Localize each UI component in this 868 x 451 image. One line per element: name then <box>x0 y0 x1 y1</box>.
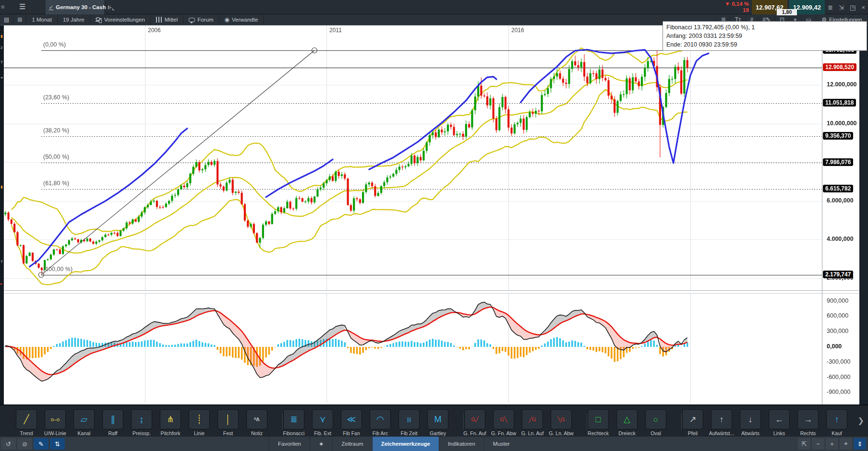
price-chart-canvas[interactable] <box>0 25 868 404</box>
more-icon[interactable]: ≣ <box>828 4 833 11</box>
tool-channel[interactable]: ▱Kanal <box>70 405 98 436</box>
tab-muster[interactable]: Muster <box>484 437 518 451</box>
tool-gann-line-down[interactable]: ╲GG. Ln. Abw <box>547 405 576 436</box>
tool-buy-arrow-icon: ↑ <box>835 415 839 425</box>
tool-label: Kauf <box>822 430 851 436</box>
tool-gann-line-up[interactable]: ╱GG. Ln. Auf <box>518 405 547 436</box>
add-tab-button[interactable]: + <box>108 3 112 11</box>
tool-left-arrow[interactable]: ←Links <box>765 405 794 436</box>
dock-glyph: ▮ <box>0 185 2 189</box>
close-icon[interactable]: × <box>861 4 865 11</box>
tool-label: Pitchfork <box>156 430 185 436</box>
tool-buy-arrow[interactable]: ↑Kauf <box>822 405 851 436</box>
tool-support-line[interactable]: o–oU/W-Linie <box>41 405 70 436</box>
zoom-in-icon[interactable]: + <box>826 438 838 450</box>
tool-gartley[interactable]: MGartley <box>423 405 452 436</box>
dock-glyph: ▸ <box>0 282 2 286</box>
tool-trend[interactable]: ╱Trend <box>12 405 41 436</box>
sort-icon[interactable]: ⇅ <box>50 438 65 450</box>
tool-fibonacci[interactable]: ≣Fibonacci <box>279 405 308 436</box>
fibonacci-tooltip: Fibonacci 13.792,405 (0,00 %), 1 Anfang:… <box>663 21 867 51</box>
macd-axis-label: -900,000 <box>827 389 850 395</box>
tool-arrow[interactable]: ↗Pfeil <box>678 405 707 436</box>
mean-button[interactable]: Mittel <box>151 14 183 25</box>
tool-right-arrow[interactable]: →Rechts <box>794 405 822 436</box>
fib-level-label: (23,60 %) <box>43 94 69 101</box>
fit-vertical-icon[interactable]: ⇕ <box>854 438 866 450</box>
range-select[interactable]: 19 Jahre <box>58 14 90 25</box>
tool-label: Fibonacci <box>279 430 308 436</box>
tool-fib-time[interactable]: |||Fib Zeit <box>395 405 423 436</box>
tool-gann-fan-up[interactable]: G╱G. Fn. Auf <box>460 405 489 436</box>
legend-panel-icon[interactable]: ▤ <box>0 14 13 25</box>
tool-oval[interactable]: ○Oval <box>641 405 670 436</box>
speech-bubble-icon <box>189 18 195 22</box>
forum-button[interactable]: Forum <box>183 14 219 25</box>
tool-label: G. Fn. Abw <box>489 430 518 436</box>
tool-rectangle[interactable]: □Rechteck <box>584 405 613 436</box>
tool-label: Raff <box>98 430 127 436</box>
macd-axis-label: 600,000 <box>827 312 848 319</box>
layout-grid-icon[interactable]: ⊞ <box>13 14 26 25</box>
left-dock-strip: ▮2T◂▮T▸ <box>0 25 4 404</box>
tool-down-arrow[interactable]: ↓Abwärts <box>736 405 765 436</box>
tool-gann-fan-down[interactable]: G╲G. Fn. Abw <box>489 405 518 436</box>
title-bar: ≡ ☰ ✓ Germany 30 - Cash + ▼ 0,14 % 19 12… <box>0 0 868 14</box>
tool-label: Preissp. <box>127 430 156 436</box>
right-scroll-strip[interactable] <box>859 25 868 404</box>
chart-check-icon: ✓ <box>49 5 53 10</box>
tool-label: Fib Zeit <box>395 430 423 436</box>
tool-line-icon: ┊ <box>197 414 202 425</box>
tool-label: Links <box>765 430 794 436</box>
axis-border <box>822 25 822 404</box>
price-axis-badge: 9.356,370 <box>823 132 853 140</box>
tool-support-line-icon: o–o <box>51 416 60 422</box>
tool-label: Oval <box>641 430 670 436</box>
tab-zeitraum[interactable]: Zeitraum <box>332 437 372 451</box>
tool-left-arrow-icon: ← <box>775 415 784 425</box>
tool-rectangle-icon: □ <box>596 415 601 425</box>
menu-icon[interactable]: ☰ <box>19 2 25 11</box>
tool-label: U/W-Linie <box>41 430 70 436</box>
tool-triangle[interactable]: △Dreieck <box>613 405 641 436</box>
tool-uptrend-arrow[interactable]: ↑Aufwärtst... <box>707 405 736 436</box>
tab-indikatoren[interactable]: Indikatoren <box>439 437 484 451</box>
crosshair-mode-icon[interactable]: ⌖ <box>840 438 852 450</box>
popout-icon[interactable]: ◳ <box>850 4 856 11</box>
instrument-title: Germany 30 - Cash <box>56 4 106 10</box>
macd-axis-label: -300,000 <box>827 358 850 365</box>
zoom-out-icon[interactable]: − <box>812 438 824 450</box>
tool-label: G. Ln. Abw <box>547 430 576 436</box>
tool-raff[interactable]: ∥Raff <box>98 405 127 436</box>
tool-fixed[interactable]: │Fest <box>214 405 242 436</box>
expand-icon[interactable]: ⇲ <box>839 4 844 11</box>
period-select[interactable]: 1 Monat <box>26 14 58 25</box>
tab-zeichenwerkzeuge[interactable]: Zeichenwerkzeuge <box>372 437 439 451</box>
tool-gann-line-down-icon: ╲G <box>557 416 565 423</box>
related-button[interactable]: ◉Verwandte <box>219 14 264 25</box>
price-axis-label: 10.000,000 <box>827 120 857 127</box>
disable-icon[interactable]: ⊘ <box>17 438 32 450</box>
tool-line[interactable]: ┊Linie <box>185 405 214 436</box>
reset-icon[interactable]: ↺ <box>1 438 16 450</box>
tool-fib-extension[interactable]: ⋎Fib. Ext <box>308 405 337 436</box>
tool-note[interactable]: ºANotiz <box>242 405 271 436</box>
favorites-star-icon[interactable]: ★ <box>310 437 332 451</box>
tool-trend-icon: ╱ <box>24 414 29 425</box>
instrument-tab[interactable]: ✓ Germany 30 - Cash <box>46 0 104 14</box>
trading-app: ≡ ☰ ✓ Germany 30 - Cash + ▼ 0,14 % 19 12… <box>0 0 868 451</box>
tool-fib-arc[interactable]: ◠Fib Arc <box>366 405 395 436</box>
pan-icon[interactable]: ⇱ <box>798 438 810 450</box>
toolbar-more-chevron[interactable]: ❯ <box>858 416 864 425</box>
tooltip-start: Anfang: 2003 0331 23:59:59 <box>666 32 863 40</box>
presets-button[interactable]: Voreinstellungen <box>90 14 151 25</box>
eye-icon: ◉ <box>225 16 229 23</box>
fib-level-label: (50,00 %) <box>43 154 69 160</box>
draw-mode-icon[interactable]: ✎ <box>34 438 48 450</box>
tool-fib-fan[interactable]: ≪Fib Fan <box>337 405 366 436</box>
tool-price-range[interactable]: ↨Preissp. <box>127 405 156 436</box>
x-axis-year-label: 2011 <box>329 27 342 34</box>
tab-favoriten[interactable]: Favoriten <box>269 437 310 451</box>
price-axis-badge: 7.986,076 <box>823 158 853 166</box>
tool-pitchfork[interactable]: ⋔Pitchfork <box>156 405 185 436</box>
